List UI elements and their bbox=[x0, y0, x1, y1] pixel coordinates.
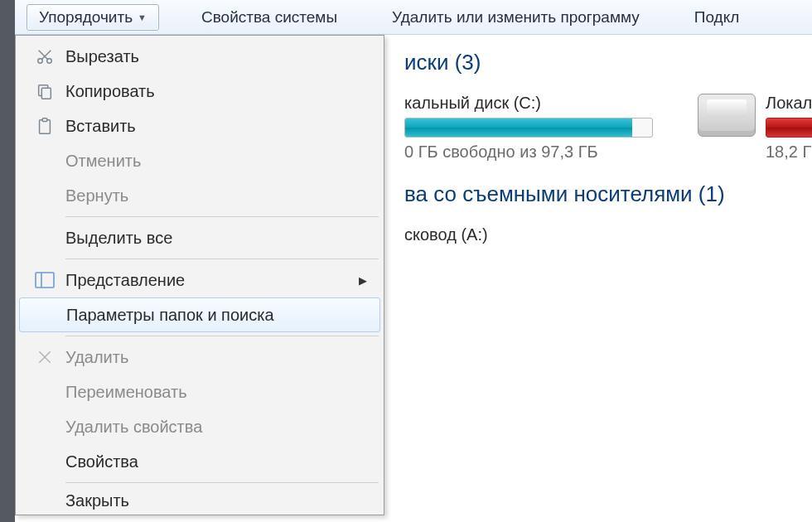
menu-redo-label: Вернуть bbox=[65, 186, 382, 205]
scissors-icon bbox=[24, 47, 65, 65]
delete-icon bbox=[24, 349, 65, 365]
floppy-drive[interactable]: сковод (A:) bbox=[404, 225, 812, 244]
menu-properties-label: Свойства bbox=[65, 452, 382, 471]
menu-close-label: Закрыть bbox=[65, 491, 382, 510]
menu-remove-properties[interactable]: Удалить свойства bbox=[17, 409, 382, 444]
menu-view-label: Представление bbox=[65, 271, 359, 290]
menu-separator bbox=[65, 336, 379, 336]
svg-rect-5 bbox=[41, 88, 51, 99]
svg-rect-8 bbox=[36, 273, 54, 288]
menu-delete[interactable]: Удалить bbox=[17, 340, 382, 375]
uninstall-program-button[interactable]: Удалить или изменить программу bbox=[379, 4, 652, 31]
menu-delete-label: Удалить bbox=[65, 348, 382, 367]
drive-d[interactable]: Локал 18,2 Г bbox=[698, 94, 812, 162]
menu-undo-label: Отменить bbox=[65, 152, 382, 171]
drive-row: кальный диск (C:) 0 ГБ свободно из 97,3 … bbox=[404, 94, 812, 162]
menu-select-all[interactable]: Выделить все bbox=[17, 220, 382, 255]
drive-d-name: Локал bbox=[766, 94, 812, 113]
organize-button[interactable]: Упорядочить ▼ bbox=[27, 4, 159, 31]
menu-folder-options[interactable]: Параметры папок и поиска bbox=[19, 297, 380, 332]
menu-paste-label: Вставить bbox=[65, 117, 382, 136]
menu-undo[interactable]: Отменить bbox=[17, 143, 382, 178]
menu-separator bbox=[65, 482, 379, 483]
drive-c-free-text: 0 ГБ свободно из 97,3 ГБ bbox=[404, 143, 653, 162]
svg-rect-7 bbox=[42, 118, 47, 122]
menu-separator bbox=[65, 216, 379, 217]
menu-close[interactable]: Закрыть bbox=[17, 486, 382, 515]
system-properties-button[interactable]: Свойства системы bbox=[189, 4, 350, 31]
organize-label: Упорядочить bbox=[39, 8, 133, 27]
organize-menu: Вырезать Копировать Вставить Отменить Ве… bbox=[15, 35, 384, 515]
uninstall-program-label: Удалить или изменить программу bbox=[392, 8, 640, 27]
drive-c-capacity-bar bbox=[404, 118, 653, 138]
connect-label: Подкл bbox=[694, 8, 740, 27]
drive-d-capacity-bar bbox=[766, 118, 812, 138]
toolbar: Упорядочить ▼ Свойства системы Удалить и… bbox=[15, 0, 812, 35]
menu-rename[interactable]: Переименовать bbox=[17, 375, 382, 409]
drive-d-free-text: 18,2 Г bbox=[766, 143, 812, 162]
menu-folder-options-label: Параметры папок и поиска bbox=[66, 306, 379, 325]
drives-section-header: иски (3) bbox=[404, 50, 812, 75]
drive-c-capacity-fill bbox=[405, 118, 632, 137]
submenu-arrow-icon: ▶ bbox=[359, 274, 382, 287]
menu-paste[interactable]: Вставить bbox=[17, 109, 382, 143]
layout-icon bbox=[24, 272, 65, 288]
clipboard-icon bbox=[24, 117, 65, 135]
drive-c[interactable]: кальный диск (C:) 0 ГБ свободно из 97,3 … bbox=[404, 94, 653, 162]
menu-rename-label: Переименовать bbox=[65, 383, 382, 402]
menu-view[interactable]: Представление ▶ bbox=[17, 263, 382, 297]
chevron-down-icon: ▼ bbox=[138, 12, 147, 22]
menu-separator bbox=[65, 259, 379, 259]
copy-icon bbox=[24, 82, 65, 100]
removable-section-header: ва со съемными носителями (1) bbox=[404, 181, 812, 207]
menu-cut[interactable]: Вырезать bbox=[17, 39, 382, 74]
connect-button[interactable]: Подкл bbox=[682, 4, 752, 31]
system-properties-label: Свойства системы bbox=[201, 8, 337, 27]
menu-remove-properties-label: Удалить свойства bbox=[65, 418, 382, 437]
drive-c-name: кальный диск (C:) bbox=[404, 94, 653, 113]
menu-cut-label: Вырезать bbox=[65, 47, 382, 66]
menu-redo[interactable]: Вернуть bbox=[17, 178, 382, 213]
menu-copy[interactable]: Копировать bbox=[17, 74, 382, 109]
hard-disk-icon bbox=[698, 94, 756, 137]
menu-properties[interactable]: Свойства bbox=[17, 444, 382, 479]
menu-copy-label: Копировать bbox=[65, 82, 382, 101]
menu-select-all-label: Выделить все bbox=[65, 229, 382, 248]
